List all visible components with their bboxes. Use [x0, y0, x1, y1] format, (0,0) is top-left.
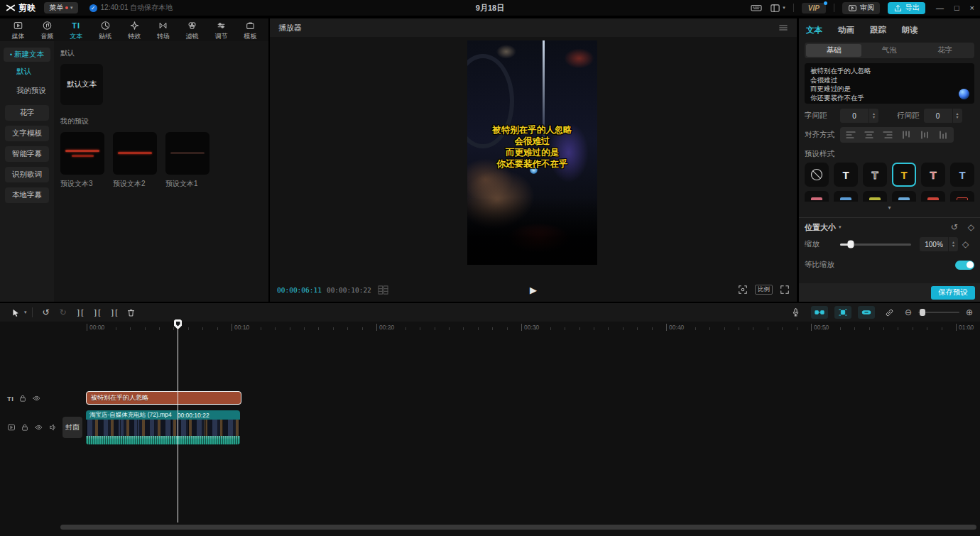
video-preview[interactable]: 被特别在乎的人忽略 会很难过 而更难过的是 你还要装作不在乎	[467, 40, 597, 265]
align-left-button[interactable]	[842, 128, 860, 142]
ratio-button[interactable]: 比例	[755, 285, 773, 295]
save-preset-button[interactable]: 保存预设	[931, 286, 975, 300]
keyframe-icon[interactable]: ◇	[968, 222, 974, 232]
scale-slider[interactable]	[840, 244, 911, 246]
preset-tile[interactable]: 预设文本2	[113, 132, 157, 189]
reset-icon[interactable]: ↺	[951, 222, 958, 232]
sidebar-item-lyrics-recognition[interactable]: 识别歌词	[5, 167, 49, 182]
tab-sticker[interactable]: 贴纸	[91, 21, 120, 41]
expand-styles-button[interactable]: ▾	[799, 204, 980, 212]
zoom-in-button[interactable]: ⊕	[966, 307, 973, 317]
slider-thumb[interactable]	[848, 241, 854, 248]
lock-icon[interactable]	[18, 394, 27, 403]
fullscreen-icon[interactable]	[780, 285, 790, 295]
split-delete-left-button[interactable]: ][	[89, 308, 106, 317]
align-vertical-top-button[interactable]	[897, 128, 915, 142]
stepper-arrows[interactable]: ▴▾	[948, 237, 958, 251]
style-none[interactable]	[805, 163, 829, 187]
maximize-button[interactable]: □	[954, 4, 959, 12]
linkage-toggle[interactable]	[834, 306, 851, 319]
style-blue[interactable]: T	[950, 163, 974, 187]
preview-quality-icon[interactable]	[738, 285, 748, 295]
layout-switch-button[interactable]: ▾	[770, 3, 785, 13]
stepper-arrows[interactable]: ▴▾	[869, 109, 878, 123]
tab-media[interactable]: 媒体	[4, 21, 33, 41]
subtab-bubble[interactable]: 气泡	[861, 44, 917, 57]
letter-spacing-stepper[interactable]: 0 ▴▾	[840, 109, 878, 123]
sidebar-item-text-template[interactable]: 文字模板	[5, 126, 49, 141]
line-spacing-stepper[interactable]: 0 ▴▾	[924, 109, 962, 123]
collapse-icon[interactable]: ▾	[839, 224, 842, 230]
style-yellow-selected[interactable]: T	[892, 163, 916, 187]
stepper-arrows[interactable]: ▴▾	[952, 109, 962, 123]
timeline-horizontal-scrollbar[interactable]	[60, 525, 976, 530]
preset-tile[interactable]: 预设文本3	[60, 132, 104, 189]
sidebar-item-local-subtitles[interactable]: 本地字幕	[5, 187, 49, 203]
export-button[interactable]: 导出	[888, 2, 925, 14]
style-tile[interactable]	[834, 191, 858, 202]
tab-filter[interactable]: 滤镜	[178, 21, 207, 41]
zoom-out-button[interactable]: ⊖	[905, 307, 912, 317]
subtab-fancy[interactable]: 花字	[918, 44, 973, 57]
split-button[interactable]: ][	[72, 308, 89, 317]
auto-snap-toggle[interactable]	[811, 306, 828, 319]
align-vertical-center-button[interactable]	[915, 128, 934, 142]
app-logo[interactable]: 剪映	[6, 2, 36, 14]
scale-stepper[interactable]: 100% ▴▾	[920, 237, 958, 251]
tab-template[interactable]: 模板	[236, 21, 265, 41]
sidebar-item-auto-captions[interactable]: 智能字幕	[5, 146, 49, 162]
link-materials-button[interactable]	[881, 308, 898, 317]
cover-button[interactable]: 封面	[62, 417, 82, 438]
timeline-zoom-slider[interactable]	[918, 312, 959, 313]
ai-write-icon[interactable]	[959, 89, 969, 99]
select-tool-button[interactable]	[7, 308, 24, 317]
default-text-tile[interactable]: 默认文本	[60, 64, 103, 105]
sidebar-item-new-text[interactable]: • 新建文本	[4, 48, 50, 62]
tab-tts[interactable]: 朗读	[902, 25, 918, 35]
style-tile[interactable]	[863, 191, 887, 202]
keyframe-icon[interactable]: ◇	[962, 239, 969, 249]
video-clip[interactable]: 淘宝店-自媒体充电站 (72).mp4 00:00:10:22	[86, 410, 240, 444]
frame-view-icon[interactable]	[378, 285, 388, 295]
preset-tile[interactable]: 预设文本1	[165, 132, 209, 189]
close-button[interactable]: ×	[970, 4, 974, 12]
play-button[interactable]: ▶	[530, 285, 537, 295]
delete-button[interactable]	[123, 308, 140, 317]
menu-button[interactable]: 菜单 ▾	[44, 2, 78, 13]
eye-icon[interactable]	[32, 394, 41, 403]
tab-animation[interactable]: 动画	[838, 25, 854, 35]
review-button[interactable]: 审阅	[842, 2, 880, 14]
style-white[interactable]: T	[834, 163, 858, 187]
eye-icon[interactable]	[34, 423, 43, 432]
tab-transition[interactable]: 转场	[148, 21, 178, 41]
style-outline[interactable]: T	[863, 163, 887, 187]
split-delete-right-button[interactable]: ][	[106, 308, 123, 317]
uniform-scale-toggle[interactable]	[955, 261, 974, 270]
style-tile[interactable]	[805, 191, 829, 202]
minimize-button[interactable]: —	[936, 4, 944, 12]
align-center-button[interactable]	[860, 128, 878, 142]
sidebar-item-default[interactable]: 默认	[0, 62, 54, 81]
slider-thumb[interactable]	[920, 309, 925, 316]
record-voiceover-button[interactable]	[788, 307, 805, 317]
sidebar-item-fancy-text[interactable]: 花字	[5, 105, 49, 121]
speaker-icon[interactable]	[48, 423, 58, 432]
preview-axis-toggle[interactable]	[858, 306, 875, 319]
subtitle-overlay[interactable]: 被特别在乎的人忽略 会很难过 而更难过的是 你还要装作不在乎	[467, 124, 597, 170]
vip-badge[interactable]: VIP	[802, 3, 826, 13]
style-tile[interactable]	[950, 191, 974, 202]
tab-audio[interactable]: 音频	[33, 21, 62, 41]
text-content-input[interactable]: 被特别在乎的人忽略 会很难过 而更难过的是 你还要装作不在乎	[805, 63, 974, 104]
lock-icon[interactable]	[21, 423, 29, 432]
align-right-button[interactable]	[878, 128, 897, 142]
redo-button[interactable]: ↻	[55, 307, 72, 317]
style-tile[interactable]	[892, 191, 916, 202]
tab-text-settings[interactable]: 文本	[806, 25, 822, 35]
chevron-down-icon[interactable]: ▾	[24, 310, 27, 315]
text-clip[interactable]: 被特别在乎的人忽略	[86, 391, 241, 405]
timeline-area[interactable]: 00:00 00:10 00:20 00:30 00:40 00:50 01:0…	[0, 322, 980, 536]
undo-button[interactable]: ↺	[38, 307, 55, 317]
tab-adjust[interactable]: 调节	[207, 21, 236, 41]
tab-text[interactable]: TI 文本	[62, 21, 91, 41]
shortcut-keyboard-icon[interactable]	[751, 2, 762, 13]
